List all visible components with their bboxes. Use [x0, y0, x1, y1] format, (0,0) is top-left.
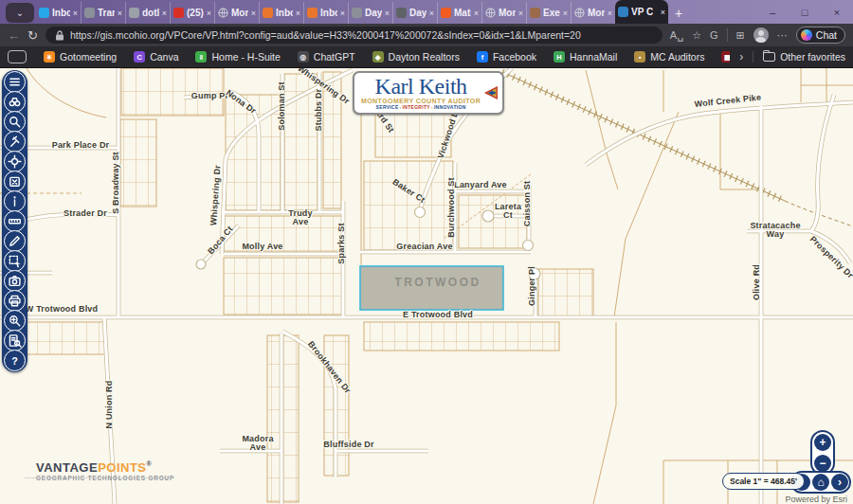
toolbar-select-button[interactable] [4, 250, 26, 272]
close-button[interactable]: × [821, 0, 853, 24]
tab-trans[interactable]: Trans× [81, 2, 125, 24]
tab-strip: Inbox×Trans×dotlo×(25)×Mon×Inbox×Inbo×Da… [36, 0, 668, 24]
tab-mon[interactable]: Mon× [571, 2, 615, 24]
bookmark-dayton-realtors[interactable]: ◈Dayton Realtors [365, 51, 467, 63]
bookmarks-overflow-chevron[interactable]: › [734, 50, 749, 63]
powered-by-esri: Powered by Esri [782, 495, 850, 504]
help-icon: ? [8, 353, 22, 368]
binoculars-find-icon [8, 95, 22, 109]
tab-mon[interactable]: Mon× [481, 2, 526, 24]
settings-more-icon[interactable]: ⋯ [777, 29, 788, 42]
tab-inbox[interactable]: Inbox× [259, 2, 303, 24]
tab-favicon [352, 8, 362, 18]
toolbar-tools-button[interactable] [4, 131, 26, 153]
zoom-out-button[interactable]: − [814, 455, 831, 472]
tab-close-icon[interactable]: × [429, 9, 434, 18]
tab-dayt[interactable]: Dayt× [392, 2, 437, 24]
tab-favicon [307, 8, 318, 18]
tab-25[interactable]: (25)× [170, 2, 214, 24]
bookmark-home-h-suite[interactable]: ‖Home - H-Suite [188, 51, 287, 63]
tab-dayt[interactable]: Dayt× [348, 2, 392, 24]
toolbar-delete-graphics-button[interactable] [4, 171, 26, 192]
bookmark-canva[interactable]: CCanva [126, 51, 186, 63]
toolbar-record-search-button[interactable] [4, 330, 26, 351]
folder-icon [763, 52, 775, 62]
toolbar-screenshot-button[interactable] [4, 270, 26, 292]
bookmark-hannamail[interactable]: HHannaMail [546, 51, 625, 63]
toolbar-identify-button[interactable] [4, 310, 26, 332]
back-icon[interactable]: ← [8, 28, 20, 43]
toolbar-draw-button[interactable] [4, 230, 26, 252]
tab-inbox[interactable]: Inbox× [36, 2, 81, 24]
map-canvas[interactable]: Gump PlNona DrSoloman StWhispering DrStu… [0, 68, 853, 504]
bookmark-mt-calvary-dayton[interactable]: ▦Mt Calvary Dayton... [714, 51, 730, 63]
tab-vp-c[interactable]: VP C× [615, 0, 668, 24]
copilot-icon [801, 29, 812, 41]
tab-close-icon[interactable]: × [608, 9, 612, 18]
toolbar-locate-button[interactable] [4, 151, 26, 172]
bookmark-facebook[interactable]: fFacebook [469, 51, 544, 63]
tab-close-icon[interactable]: × [518, 9, 523, 18]
locate-icon [8, 154, 22, 169]
tab-close-icon[interactable]: × [296, 9, 300, 18]
other-favorites-button[interactable]: Other favorites [753, 51, 845, 63]
svg-text:?: ? [11, 355, 18, 367]
tab-close-icon[interactable]: × [474, 9, 479, 18]
url-field[interactable]: https://gis.mcohio.org/VPCore/VP.html?co… [45, 27, 662, 44]
scale-indicator: Scale 1" = 468.45' [722, 473, 805, 490]
bookmark-label: Home - H-Suite [211, 51, 280, 63]
street-label-stratacache-way: Stratacache Way [750, 222, 800, 240]
maximize-button[interactable]: □ [789, 0, 821, 24]
read-aloud-icon[interactable]: A␣ [670, 29, 683, 42]
tab-exec[interactable]: Exec× [526, 2, 571, 24]
bookmarks-bar: ✳GotomeetingCCanva‖Home - H-Suite◎ChatGP… [0, 46, 853, 68]
refresh-icon[interactable]: ↻ [27, 28, 38, 43]
next-extent-button[interactable]: › [831, 474, 848, 491]
toolbar-info-button[interactable] [4, 190, 26, 212]
tab-close-icon[interactable]: × [207, 9, 211, 18]
tab-close-icon[interactable]: × [251, 9, 256, 18]
tab-search-button[interactable]: ⌄ [6, 3, 34, 23]
favorite-star-icon[interactable]: ☆ [692, 29, 701, 42]
street-label-n-union-rd: N Union Rd [105, 381, 114, 429]
toolbar-binoculars-find-button[interactable] [4, 91, 26, 113]
copilot-chat-button[interactable]: Chat [796, 27, 845, 44]
profile-avatar[interactable] [753, 27, 769, 43]
tab-close-icon[interactable]: × [661, 8, 665, 17]
tab-inbo[interactable]: Inbo× [303, 2, 348, 24]
tab-close-icon[interactable]: × [385, 9, 390, 18]
minimize-button[interactable]: – [756, 0, 789, 24]
zoom-in-button[interactable]: + [814, 434, 831, 451]
tab-mon[interactable]: Mon× [214, 2, 259, 24]
bookmark-gotomeeting[interactable]: ✳Gotomeeting [36, 51, 124, 63]
extension-icon[interactable]: G [710, 29, 718, 41]
bookmark-favicon: H [554, 51, 565, 63]
toolbar-help-button[interactable]: ? [4, 350, 26, 371]
tab-close-icon[interactable]: × [162, 9, 167, 18]
sidebar-toggle-icon[interactable] [8, 50, 27, 63]
map-toolbar: ? [2, 70, 27, 372]
divider [727, 28, 728, 42]
tab-dotlo[interactable]: dotlo× [125, 2, 170, 24]
lock-icon [55, 30, 64, 41]
tab-close-icon[interactable]: × [118, 9, 122, 18]
print-icon [8, 294, 22, 308]
toolbar-print-button[interactable] [4, 290, 26, 312]
home-extent-button[interactable]: ⌂ [812, 474, 829, 491]
menu-icon [8, 75, 22, 89]
tab-favicon [530, 8, 540, 18]
new-tab-button[interactable]: + [668, 3, 689, 24]
toolbar-search-button[interactable] [4, 111, 26, 133]
street-label-stubbs-dr: Stubbs Dr [315, 89, 323, 132]
bookmark-mc-auditors[interactable]: ▪MC Auditors [626, 51, 712, 63]
tab-close-icon[interactable]: × [340, 9, 345, 18]
tab-matr[interactable]: Matr× [437, 2, 481, 24]
bookmark-favicon: ◈ [372, 51, 384, 63]
toolbar-menu-button[interactable] [4, 71, 26, 93]
toolbar-measure-button[interactable] [4, 210, 26, 232]
tab-close-icon[interactable]: × [563, 9, 568, 18]
tab-close-icon[interactable]: × [73, 9, 78, 18]
url-text: https://gis.mcohio.org/VPCore/VP.html?co… [70, 29, 653, 41]
bookmark-chatgpt[interactable]: ◎ChatGPT [290, 51, 363, 63]
collections-icon[interactable]: ⊞ [736, 29, 745, 42]
